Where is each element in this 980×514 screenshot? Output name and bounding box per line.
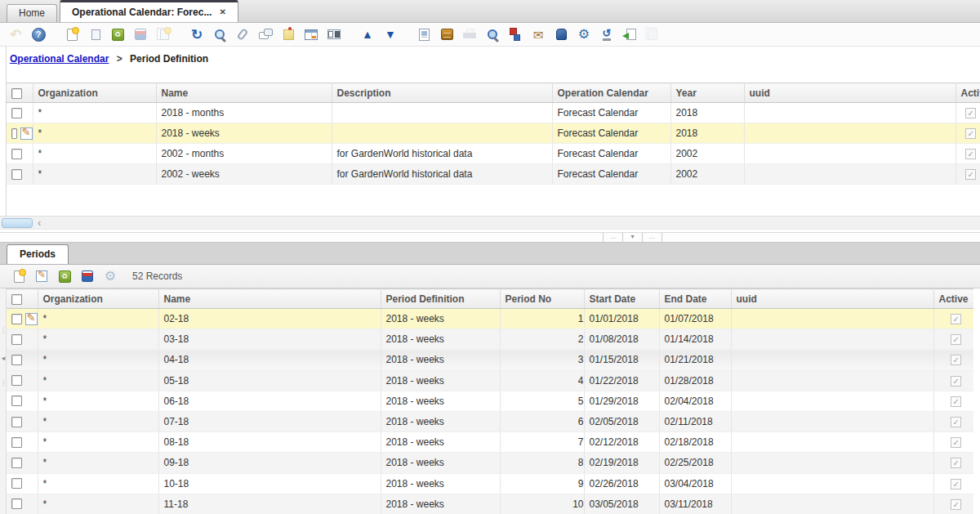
- row-checkbox[interactable]: [11, 128, 17, 139]
- select-all-checkbox[interactable]: [11, 294, 22, 305]
- column-header-start_date[interactable]: Start Date: [584, 289, 659, 309]
- scrollbar-thumb[interactable]: [2, 218, 33, 228]
- edit-record-button[interactable]: [31, 266, 52, 286]
- new-record-button[interactable]: [61, 25, 82, 44]
- cell-organization: *: [38, 473, 158, 494]
- table-row[interactable]: *2002 - monthsfor GardenWorld historical…: [7, 144, 980, 164]
- table-row[interactable]: *11-182018 - weeks1003/05/201803/11/2018…: [7, 494, 973, 514]
- column-header-name[interactable]: Name: [158, 289, 381, 309]
- zoom-across-button[interactable]: [482, 25, 503, 44]
- column-header-period_no[interactable]: Period No: [500, 289, 584, 309]
- splitter-collapse-bottom-button[interactable]: …: [643, 233, 662, 242]
- table-row[interactable]: *2018 - weeksForecast Calendar2018✓: [7, 123, 980, 144]
- cell-period_definition: 2018 - weeks: [381, 494, 500, 514]
- scroll-left-icon[interactable]: ‹: [38, 217, 41, 229]
- help-button[interactable]: ?: [28, 25, 49, 44]
- cell-end_date: 01/28/2018: [659, 370, 731, 391]
- request-icon: ✉: [533, 29, 544, 41]
- table-row[interactable]: *04-182018 - weeks301/15/201801/21/2018✓: [7, 350, 973, 370]
- attachment-button[interactable]: [232, 25, 253, 44]
- close-tab-icon[interactable]: ✕: [219, 3, 225, 21]
- west-splitter[interactable]: ⋮ ◂ ⋮: [0, 288, 7, 514]
- process-button[interactable]: ⚙: [573, 25, 595, 44]
- detail-records-button[interactable]: [323, 25, 345, 44]
- refresh-button[interactable]: ↻: [186, 25, 207, 44]
- undo-button: ↶: [5, 25, 26, 44]
- cell-end_date: 01/07/2018: [659, 309, 731, 329]
- next-record-icon: ▼: [385, 29, 396, 40]
- breadcrumb-parent-link[interactable]: Operational Calendar: [10, 53, 109, 65]
- row-checkbox[interactable]: [11, 417, 22, 427]
- grid-toggle-button[interactable]: [301, 25, 322, 44]
- splitter-collapse-down-button[interactable]: ▾: [623, 233, 643, 242]
- table-row[interactable]: *08-182018 - weeks702/12/201802/18/2018✓: [7, 432, 973, 453]
- chat-button[interactable]: [255, 25, 276, 44]
- archive-button[interactable]: [436, 25, 457, 44]
- row-checkbox[interactable]: [11, 478, 22, 489]
- delete-record-button[interactable]: ♻: [107, 25, 128, 44]
- collapse-west-icon[interactable]: ◂: [0, 354, 7, 362]
- horizontal-scrollbar[interactable]: ‹: [0, 216, 980, 230]
- row-checkbox[interactable]: [11, 458, 22, 468]
- row-checkbox[interactable]: [11, 396, 22, 406]
- copy-record-button[interactable]: [84, 25, 105, 44]
- row-checkbox[interactable]: [11, 437, 22, 448]
- row-checkbox[interactable]: [11, 314, 22, 324]
- table-row[interactable]: *07-182018 - weeks602/05/201802/11/2018✓: [7, 411, 973, 431]
- table-row[interactable]: *03-182018 - weeks201/08/201801/14/2018✓: [7, 329, 973, 350]
- report-button[interactable]: [413, 25, 434, 44]
- next-record-button[interactable]: ▼: [380, 25, 401, 44]
- table-row[interactable]: *09-182018 - weeks802/19/201802/25/2018✓: [7, 453, 973, 473]
- column-header-name[interactable]: Name: [156, 83, 332, 103]
- export-data-button[interactable]: ↺: [596, 25, 617, 44]
- panel-splitter[interactable]: … ▾ …: [0, 232, 980, 243]
- table-row[interactable]: *10-182018 - weeks902/26/201803/04/2018✓: [7, 473, 973, 494]
- previous-record-button[interactable]: ▲: [357, 25, 378, 44]
- column-header-active[interactable]: Active: [956, 83, 980, 103]
- row-checkbox[interactable]: [11, 334, 22, 345]
- save-button[interactable]: [77, 266, 98, 286]
- splitter-collapse-top-button[interactable]: …: [604, 233, 623, 242]
- column-header-period_definition[interactable]: Period Definition: [381, 289, 500, 309]
- request-button[interactable]: ✉: [528, 25, 549, 44]
- column-header-organization[interactable]: Organization: [33, 83, 156, 103]
- row-checkbox[interactable]: [11, 149, 22, 159]
- row-checkbox[interactable]: [11, 169, 22, 180]
- row-select-cell: [7, 494, 38, 514]
- column-header-end_date[interactable]: End Date: [659, 289, 731, 309]
- row-checkbox[interactable]: [11, 108, 22, 118]
- row-checkbox[interactable]: [11, 355, 22, 365]
- new-record-button[interactable]: [8, 266, 29, 286]
- row-checkbox[interactable]: [11, 375, 22, 386]
- active-checkbox-icon: ✓: [951, 314, 961, 324]
- select-all-checkbox[interactable]: [11, 88, 22, 99]
- table-row[interactable]: *05-182018 - weeks401/22/201801/28/2018✓: [7, 370, 973, 391]
- column-header-uuid[interactable]: uuid: [744, 83, 956, 103]
- tab-home[interactable]: Home: [7, 4, 57, 22]
- column-header-uuid[interactable]: uuid: [731, 289, 933, 309]
- column-header-description[interactable]: Description: [332, 83, 552, 103]
- table-row[interactable]: *2002 - weeksfor GardenWorld historical …: [7, 164, 980, 185]
- column-header-active[interactable]: Active: [933, 289, 973, 309]
- table-row[interactable]: *02-182018 - weeks101/01/201801/07/2018✓: [7, 309, 973, 329]
- column-header-year[interactable]: Year: [670, 83, 744, 103]
- workflow-button[interactable]: [505, 25, 526, 44]
- cell-period_no: 7: [500, 432, 584, 453]
- column-header-operation_calendar[interactable]: Operation Calendar: [552, 83, 670, 103]
- table-row[interactable]: *06-182018 - weeks501/29/201802/04/2018✓: [7, 391, 973, 411]
- cell-end_date: 02/11/2018: [659, 411, 731, 431]
- delete-record-button[interactable]: ♻: [54, 266, 75, 286]
- cell-uuid: [744, 103, 956, 123]
- report-icon: [419, 29, 430, 41]
- cell-uuid: [731, 411, 933, 431]
- row-checkbox[interactable]: [11, 498, 22, 509]
- tab-periods[interactable]: Periods: [7, 244, 69, 264]
- file-import-button[interactable]: [619, 25, 640, 44]
- product-info-button[interactable]: [550, 25, 572, 44]
- column-header-organization[interactable]: Organization: [38, 289, 158, 309]
- table-row[interactable]: *2018 - monthsForecast Calendar2018✓: [7, 103, 980, 123]
- find-button[interactable]: [209, 25, 230, 44]
- tab-operational-calendar[interactable]: Operational Calendar: Forec... ✕: [60, 0, 238, 22]
- cell-name: 2002 - months: [156, 144, 332, 164]
- postit-note-button[interactable]: [278, 25, 299, 44]
